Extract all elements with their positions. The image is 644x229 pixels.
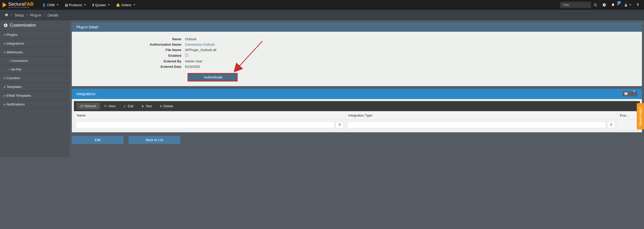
- plugin-detail-header: Plug-in Detail: [72, 22, 642, 32]
- user-menu[interactable]: [622, 0, 634, 10]
- integrations-toolbar: Refresh View Edit Test Delete: [74, 101, 640, 111]
- sidebar-item-plugins[interactable]: »Plugins: [0, 30, 70, 39]
- plugin-detail-panel: Plug-in Detail NameOutlook Authorization…: [72, 22, 642, 86]
- caret-icon: [57, 4, 59, 5]
- sidebar-item-notifications[interactable]: »Notifications: [0, 100, 70, 109]
- caret-icon: [108, 4, 110, 5]
- value-file-name: SFPlugin_Outlook.dll: [185, 48, 216, 52]
- filter-type-button[interactable]: [607, 121, 615, 128]
- filter-name-input[interactable]: [76, 121, 335, 128]
- notifications-icon[interactable]: 0: [609, 0, 622, 10]
- sidebar-item-integrations[interactable]: »Integrations: [0, 39, 70, 48]
- integrations-header: Integrations: [72, 89, 642, 99]
- svg-line-1: [596, 5, 597, 6]
- bell-icon: 🔔: [116, 3, 120, 7]
- svg-line-8: [106, 107, 107, 107]
- filter-row: [74, 120, 640, 130]
- help-icon[interactable]: ?: [634, 0, 641, 10]
- filter-type-input[interactable]: [347, 121, 606, 128]
- view-button[interactable]: View: [100, 103, 119, 110]
- col-enabled[interactable]: Ena...: [617, 111, 640, 120]
- sidebar-item-email-templates[interactable]: »EMail Templates: [0, 91, 70, 100]
- label-enabled: Enabled: [76, 54, 185, 58]
- test-button[interactable]: Test: [138, 103, 156, 110]
- layout-columns-button[interactable]: [623, 91, 630, 96]
- caret-icon: [84, 4, 86, 5]
- integrations-panel: Integrations Refresh View Edit Test Dele…: [72, 89, 642, 132]
- breadcrumb-plugin[interactable]: Plug-in: [30, 13, 41, 17]
- label-file-name: File Name: [76, 48, 185, 52]
- label-entered-by: Entered By: [76, 59, 185, 63]
- settings-icon[interactable]: [600, 0, 609, 10]
- edit-button[interactable]: Edit: [120, 103, 137, 110]
- nav-orders[interactable]: 🔔Orders: [113, 0, 138, 10]
- back-to-list-button[interactable]: Back to List: [129, 136, 180, 144]
- need-help-tab[interactable]: Need Help?: [637, 103, 644, 129]
- svg-point-7: [104, 105, 106, 107]
- brand-logo[interactable]: SecturaFAB by STELLA SOURCE: [3, 2, 34, 8]
- layout-dropdown-button[interactable]: [630, 91, 637, 96]
- value-name: Outlook: [185, 37, 197, 41]
- value-entered-by: Admin User: [185, 59, 203, 63]
- caret-icon: [133, 4, 135, 5]
- search-icon[interactable]: [591, 0, 600, 10]
- breadcrumb-details: Details: [48, 13, 59, 17]
- bottom-actions: Edit Back to List: [72, 136, 642, 144]
- value-auth-name[interactable]: Connection-Outlook: [185, 43, 215, 46]
- notification-badge: 0: [617, 1, 621, 4]
- label-auth-name: Authorization Name: [76, 43, 185, 46]
- refresh-button[interactable]: Refresh: [76, 103, 100, 110]
- label-entered-date: Entered Date: [76, 65, 185, 69]
- delete-button[interactable]: Delete: [156, 103, 177, 110]
- barcode-icon: ▥: [65, 3, 68, 7]
- help-search-input[interactable]: [560, 2, 591, 8]
- breadcrumb-home[interactable]: [5, 13, 8, 17]
- sidebar: Customization »Plugins »Integrations »We…: [0, 20, 70, 157]
- breadcrumb-setup[interactable]: Setup: [14, 13, 24, 17]
- svg-point-2: [625, 4, 627, 5]
- brand-subtitle: by STELLA SOURCE: [8, 6, 34, 8]
- sidebar-item-webhooks[interactable]: »WebHooks: [0, 48, 70, 57]
- integrations-table: Name Integration Type Ena...: [74, 111, 640, 130]
- sidebar-header: Customization: [0, 20, 70, 30]
- svg-rect-4: [625, 92, 625, 95]
- caret-icon: [629, 4, 631, 5]
- gears-icon: [4, 23, 8, 27]
- user-icon: 👤: [42, 3, 46, 7]
- svg-rect-6: [627, 92, 627, 95]
- bolt-icon: [141, 105, 144, 108]
- filter-icon: [338, 123, 341, 126]
- top-navbar: SecturaFAB by STELLA SOURCE 👤CRM ▥Produc…: [0, 0, 644, 10]
- refresh-icon: [80, 105, 83, 108]
- nav-products[interactable]: ▥Products: [62, 0, 89, 10]
- value-enabled-checkbox: [185, 53, 189, 57]
- col-type[interactable]: Integration Type: [346, 111, 617, 120]
- nav-crm[interactable]: 👤CRM: [39, 0, 62, 10]
- svg-point-0: [594, 4, 596, 6]
- caret-icon: [617, 4, 619, 5]
- sidebar-item-connections[interactable]: ›Connections: [0, 57, 70, 65]
- dollar-icon: $: [92, 3, 94, 7]
- sidebar-item-counters[interactable]: »Counters: [0, 74, 70, 83]
- value-entered-date: 5/13/2025: [185, 65, 200, 69]
- sidebar-item-apikey[interactable]: ›Api Key: [0, 65, 70, 74]
- filter-icon: [610, 123, 613, 126]
- nav-quotes[interactable]: $Quotes: [89, 0, 113, 10]
- x-icon: [160, 105, 162, 108]
- filter-name-button[interactable]: [336, 121, 344, 128]
- svg-rect-5: [626, 92, 626, 95]
- main-content: Plug-in Detail NameOutlook Authorization…: [70, 20, 644, 157]
- brand-name: SecturaFAB: [8, 2, 34, 7]
- main-nav: 👤CRM ▥Products $Quotes 🔔Orders: [39, 0, 138, 10]
- search-icon: [104, 105, 107, 108]
- logo-chevron-icon: [3, 2, 7, 7]
- edit-page-button[interactable]: Edit: [72, 136, 123, 144]
- sidebar-item-templates[interactable]: »Templates: [0, 83, 70, 91]
- col-name[interactable]: Name: [74, 111, 346, 120]
- label-name: Name: [76, 37, 185, 41]
- pencil-icon: [123, 105, 126, 108]
- breadcrumb: / Setup / Plug-in / Details: [0, 10, 644, 20]
- authenticate-button[interactable]: Authenticate: [188, 73, 238, 81]
